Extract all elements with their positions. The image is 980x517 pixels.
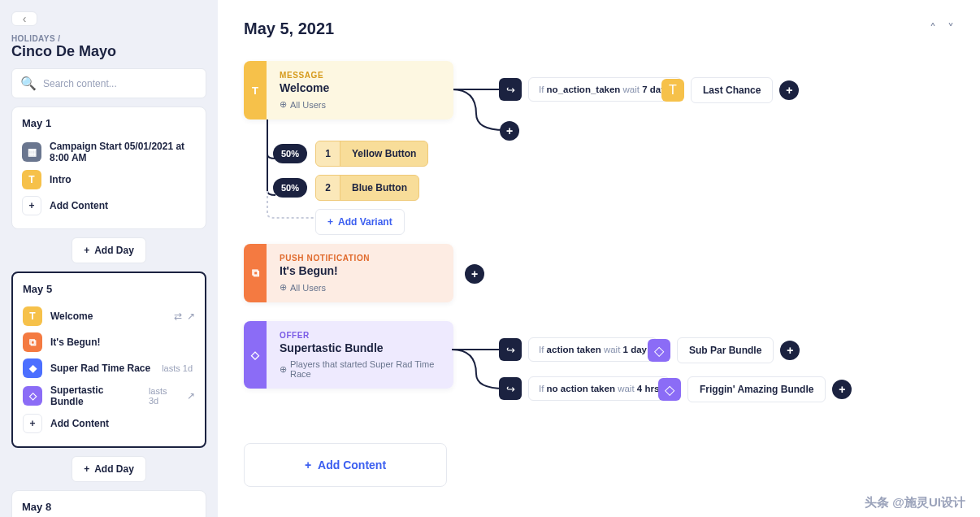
- day-label: May 5: [23, 283, 195, 295]
- node-title: Welcome: [280, 81, 440, 94]
- node-push[interactable]: ⧉ PUSH NOTIFICATION It's Begun! ⊕All Use…: [244, 244, 453, 302]
- message-icon: T: [661, 79, 684, 102]
- plus-icon: +: [327, 216, 333, 228]
- add-day-button[interactable]: +Add Day: [72, 237, 146, 263]
- plus-icon: +: [23, 414, 42, 433]
- result[interactable]: ◇ Sub Par Bundle +: [648, 337, 800, 363]
- variant-row[interactable]: 50% 1Yellow Button: [273, 141, 428, 167]
- offer-icon: ◇: [648, 339, 670, 362]
- list-item[interactable]: ◇ Supertastic Bundle lasts 3d ↗: [23, 381, 195, 411]
- node-message[interactable]: T MESSAGE Welcome ⊕All Users: [244, 61, 453, 119]
- result[interactable]: T Last Chance +: [661, 77, 799, 103]
- variant-row[interactable]: 50% 2Blue Button: [273, 175, 419, 201]
- node-title: It's Begun!: [280, 264, 440, 277]
- day-label: May 1: [22, 117, 196, 129]
- search-icon: 🔍: [20, 76, 37, 91]
- list-item[interactable]: T Welcome ⇄↗: [23, 303, 195, 329]
- list-item[interactable]: ⧉ It's Begun!: [23, 329, 195, 355]
- day-card-may-1[interactable]: May 1 ▦ Campaign Start 05/01/2021 at 8:0…: [11, 106, 206, 229]
- page-title: Cinco De Mayo: [11, 43, 206, 60]
- next-day-button[interactable]: ˅: [947, 21, 954, 37]
- day-card-may-5[interactable]: May 5 T Welcome ⇄↗ ⧉ It's Begun! ◆ Super…: [11, 272, 206, 448]
- search-input[interactable]: [43, 78, 197, 89]
- condition[interactable]: ↪ If no_action_taken wait 7 days: [499, 77, 682, 102]
- target-icon: ⊕: [280, 282, 287, 293]
- add-step-button[interactable]: +: [832, 380, 852, 399]
- node-kicker: PUSH NOTIFICATION: [280, 254, 440, 263]
- share-icon[interactable]: ↗: [187, 311, 195, 322]
- search-input-wrap[interactable]: 🔍: [11, 68, 206, 98]
- add-branch-button[interactable]: +: [500, 121, 519, 141]
- list-item: ▦ Campaign Start 05/01/2021 at 8:00 AM: [22, 137, 196, 167]
- watermark: 头条 @施灵UI设计: [865, 495, 965, 510]
- node-title: Supertastic Bundle: [280, 341, 440, 354]
- target-icon: ⊕: [280, 364, 287, 375]
- plus-icon: +: [84, 463, 89, 475]
- add-step-button[interactable]: +: [780, 341, 800, 360]
- plus-icon: +: [22, 196, 41, 215]
- back-button[interactable]: ‹: [11, 11, 37, 26]
- add-content-button[interactable]: + Add Content: [22, 193, 196, 219]
- push-icon: ⧉: [23, 332, 42, 352]
- arrow-icon: ↪: [499, 377, 522, 400]
- offer-icon: ◇: [23, 386, 42, 406]
- condition-box[interactable]: If no_action_taken wait 7 days: [528, 77, 682, 102]
- plus-icon: +: [84, 245, 89, 256]
- add-content-button[interactable]: + Add Content: [244, 443, 447, 487]
- share-icon[interactable]: ↗: [187, 390, 195, 402]
- plus-icon: +: [305, 458, 311, 471]
- arrow-icon: ↪: [499, 78, 522, 101]
- node-offer[interactable]: ◇ OFFER Supertastic Bundle ⊕Players that…: [244, 321, 453, 389]
- target-icon: ⊕: [280, 99, 287, 110]
- event-icon: ◆: [23, 358, 42, 378]
- list-item[interactable]: T Intro: [22, 167, 196, 193]
- offer-icon: ◇: [658, 378, 681, 401]
- sidebar: ‹ HOLIDAYS / Cinco De Mayo 🔍 May 1 ▦ Cam…: [0, 0, 218, 517]
- breadcrumb: HOLIDAYS /: [11, 34, 206, 43]
- main-canvas: May 5, 2021 ˄ ˅ T MESSAGE Welcome ⊕All U…: [218, 0, 980, 517]
- prev-day-button[interactable]: ˄: [930, 21, 936, 37]
- condition-box[interactable]: If action taken wait 1 day: [528, 337, 657, 362]
- arrow-icon: ↪: [499, 338, 522, 361]
- canvas-date: May 5, 2021: [244, 20, 334, 38]
- day-card-may-8[interactable]: May 8 ▦ Campaign End 05/08/2021 at 12:00…: [11, 490, 206, 517]
- condition-box[interactable]: If no action taken wait 4 hrs: [528, 376, 670, 401]
- add-variant-button[interactable]: +Add Variant: [315, 209, 405, 235]
- condition[interactable]: ↪ If action taken wait 1 day: [499, 337, 657, 362]
- node-kicker: OFFER: [280, 331, 440, 340]
- node-tab: T: [244, 61, 267, 119]
- node-kicker: MESSAGE: [280, 71, 440, 80]
- offer-icon: ◇: [244, 321, 267, 389]
- calendar-icon: ▦: [22, 142, 41, 162]
- result[interactable]: ◇ Friggin' Amazing Bundle +: [658, 376, 852, 402]
- list-item[interactable]: ◆ Super Rad Time Race lasts 1d: [23, 355, 195, 381]
- add-day-button[interactable]: +Add Day: [72, 456, 146, 482]
- condition[interactable]: ↪ If no action taken wait 4 hrs: [499, 376, 670, 401]
- day-label: May 8: [22, 501, 196, 513]
- message-icon: T: [23, 306, 42, 326]
- add-step-button[interactable]: +: [465, 264, 484, 284]
- message-icon: T: [22, 170, 41, 189]
- add-content-button[interactable]: + Add Content: [23, 411, 195, 437]
- add-step-button[interactable]: +: [779, 80, 799, 100]
- push-icon: ⧉: [244, 244, 267, 302]
- split-icon[interactable]: ⇄: [174, 311, 182, 322]
